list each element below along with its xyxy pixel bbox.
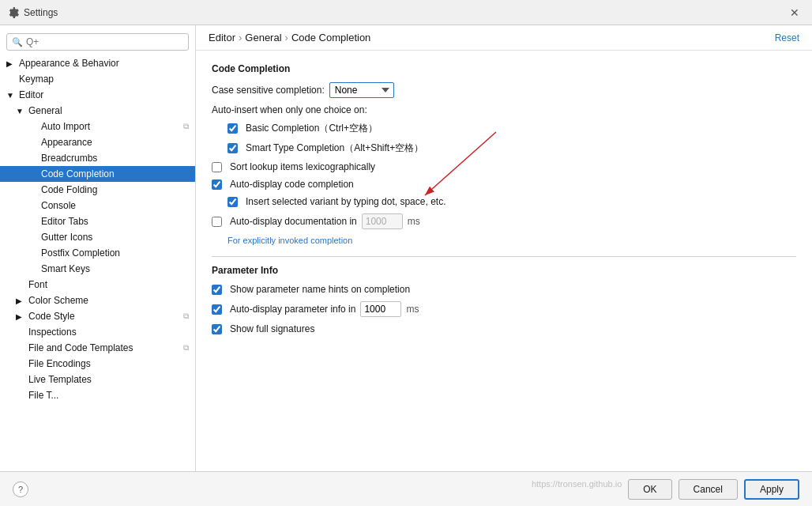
reset-link[interactable]: Reset bbox=[775, 32, 799, 43]
watermark: https://tronsen.github.io bbox=[532, 479, 622, 500]
sidebar-item-file-encodings[interactable]: File Encodings bbox=[0, 356, 195, 372]
sidebar-item-auto-import[interactable]: Auto Import⧉ bbox=[0, 119, 195, 134]
sidebar-item-inspections[interactable]: Inspections bbox=[0, 324, 195, 340]
basic-completion-checkbox[interactable] bbox=[227, 123, 238, 134]
auto-display-param-suffix: ms bbox=[406, 304, 419, 315]
sidebar-item-file-t[interactable]: File T... bbox=[0, 387, 195, 403]
titlebar: Settings ✕ bbox=[0, 0, 812, 25]
insert-selected-row: Insert selected variant by typing dot, s… bbox=[227, 196, 796, 207]
sidebar-item-postfix-completion[interactable]: Postfix Completion bbox=[0, 245, 195, 261]
sidebar-item-editor[interactable]: ▼Editor bbox=[0, 87, 195, 103]
explicitly-invoked-label: For explicitly invoked completion bbox=[227, 236, 352, 245]
auto-display-param-checkbox[interactable] bbox=[212, 304, 222, 315]
sort-lookup-row: Sort lookup items lexicographically bbox=[212, 161, 796, 172]
window-title: Settings bbox=[24, 7, 784, 18]
sidebar-item-label: Appearance bbox=[41, 137, 92, 148]
sidebar-item-smart-keys[interactable]: Smart Keys bbox=[0, 261, 195, 277]
sidebar-item-code-style[interactable]: ▶Code Style⧉ bbox=[0, 308, 195, 324]
ok-button[interactable]: OK bbox=[628, 479, 671, 500]
auto-display-param-row: Auto-display parameter info in ms bbox=[212, 301, 796, 317]
auto-display-doc-row: Auto-display documentation in ms bbox=[212, 213, 796, 229]
sidebar-item-label: File T... bbox=[28, 390, 58, 401]
sidebar-item-label: Code Completion bbox=[41, 168, 115, 179]
sidebar: 🔍 ▶Appearance & BehaviorKeymap▼Editor▼Ge… bbox=[0, 25, 196, 471]
case-sensitive-select[interactable]: None All First letter bbox=[329, 82, 394, 98]
sidebar-item-label: File Encodings bbox=[28, 358, 91, 369]
section-divider bbox=[212, 256, 796, 257]
sidebar-item-gutter-icons[interactable]: Gutter Icons bbox=[0, 229, 195, 245]
auto-display-doc-ms-input[interactable] bbox=[362, 213, 403, 229]
smart-type-checkbox[interactable] bbox=[227, 143, 238, 153]
sidebar-item-live-templates[interactable]: Live Templates bbox=[0, 372, 195, 387]
sidebar-item-label: General bbox=[28, 105, 62, 116]
cancel-button[interactable]: Cancel bbox=[679, 479, 738, 500]
sidebar-item-file-code-templates[interactable]: File and Code Templates⧉ bbox=[0, 340, 195, 356]
expand-arrow: ▶ bbox=[6, 59, 16, 68]
basic-completion-label: Basic Completion（Ctrl+空格） bbox=[246, 122, 378, 135]
search-input[interactable] bbox=[26, 36, 183, 47]
sidebar-item-label: File and Code Templates bbox=[28, 342, 133, 353]
sidebar-item-code-completion[interactable]: Code Completion bbox=[0, 166, 195, 182]
bottom-bar: ? https://tronsen.github.io OK Cancel Ap… bbox=[0, 471, 812, 506]
sidebar-copy-icon: ⧉ bbox=[183, 343, 189, 353]
auto-display-checkbox[interactable] bbox=[212, 179, 222, 190]
show-param-hints-checkbox[interactable] bbox=[212, 285, 222, 295]
expand-arrow: ▶ bbox=[16, 312, 25, 321]
breadcrumb-sep1: › bbox=[239, 32, 242, 43]
auto-display-doc-checkbox[interactable] bbox=[212, 217, 222, 227]
sidebar-item-label: Smart Keys bbox=[41, 263, 90, 274]
insert-selected-checkbox[interactable] bbox=[227, 197, 238, 207]
sidebar-item-label: Font bbox=[28, 279, 47, 290]
insert-selected-label: Insert selected variant by typing dot, s… bbox=[246, 196, 445, 207]
search-icon: 🔍 bbox=[12, 37, 23, 47]
show-full-sig-row: Show full signatures bbox=[212, 323, 796, 334]
breadcrumb-bar: Editor › General › Code Completion Reset bbox=[196, 25, 812, 51]
show-full-sig-label: Show full signatures bbox=[230, 323, 314, 334]
sidebar-item-editor-tabs[interactable]: Editor Tabs bbox=[0, 213, 195, 229]
sidebar-item-label: Live Templates bbox=[28, 374, 92, 385]
sidebar-item-code-folding[interactable]: Code Folding bbox=[0, 182, 195, 198]
show-full-sig-checkbox[interactable] bbox=[212, 324, 222, 334]
case-sensitive-label: Case sensitive completion: bbox=[212, 85, 325, 96]
sidebar-item-label: Inspections bbox=[28, 327, 77, 338]
show-param-hints-row: Show parameter name hints on completion bbox=[212, 284, 796, 295]
sidebar-item-label: Editor bbox=[19, 89, 43, 100]
sidebar-item-font[interactable]: Font bbox=[0, 277, 195, 293]
sidebar-item-general[interactable]: ▼General bbox=[0, 103, 195, 119]
apply-button[interactable]: Apply bbox=[744, 479, 799, 500]
main-container: 🔍 ▶Appearance & BehaviorKeymap▼Editor▼Ge… bbox=[0, 25, 812, 506]
sidebar-item-keymap[interactable]: Keymap bbox=[0, 71, 195, 87]
show-param-hints-label: Show parameter name hints on completion bbox=[230, 284, 410, 295]
breadcrumb: Editor › General › Code Completion bbox=[209, 32, 370, 43]
sidebar-item-appearance-behavior[interactable]: ▶Appearance & Behavior bbox=[0, 55, 195, 71]
auto-display-label: Auto-display code completion bbox=[230, 179, 354, 190]
breadcrumb-editor: Editor bbox=[209, 32, 235, 43]
auto-display-row: Auto-display code completion bbox=[212, 179, 796, 190]
explicitly-invoked-row: For explicitly invoked completion bbox=[227, 236, 796, 245]
sidebar-item-label: Console bbox=[41, 200, 76, 211]
help-button[interactable]: ? bbox=[13, 481, 28, 497]
search-box[interactable]: 🔍 bbox=[6, 33, 189, 51]
auto-insert-row: Auto-insert when only one choice on: bbox=[212, 104, 796, 115]
sort-lookup-label: Sort lookup items lexicographically bbox=[230, 161, 375, 172]
sidebar-item-label: Editor Tabs bbox=[41, 216, 88, 227]
panel-content: Code Completion Case sensitive completio… bbox=[196, 51, 812, 471]
right-panel: Editor › General › Code Completion Reset… bbox=[196, 25, 812, 471]
sort-lookup-checkbox[interactable] bbox=[212, 162, 222, 172]
sidebar-item-label: Gutter Icons bbox=[41, 232, 92, 243]
sidebar-item-breadcrumbs[interactable]: Breadcrumbs bbox=[0, 150, 195, 166]
breadcrumb-sep2: › bbox=[285, 32, 288, 43]
auto-display-param-label: Auto-display parameter info in bbox=[230, 304, 355, 315]
sidebar-item-appearance[interactable]: Appearance bbox=[0, 134, 195, 150]
content-area: 🔍 ▶Appearance & BehaviorKeymap▼Editor▼Ge… bbox=[0, 25, 812, 471]
auto-display-param-ms-input[interactable] bbox=[360, 301, 401, 317]
sidebar-item-label: Auto Import bbox=[41, 121, 90, 132]
sidebar-item-console[interactable]: Console bbox=[0, 198, 195, 213]
sidebar-copy-icon: ⧉ bbox=[183, 312, 189, 321]
sidebar-item-color-scheme[interactable]: ▶Color Scheme bbox=[0, 293, 195, 308]
sidebar-copy-icon: ⧉ bbox=[183, 122, 189, 131]
bottom-right: https://tronsen.github.io OK Cancel Appl… bbox=[532, 479, 799, 500]
smart-type-row: Smart Type Completion（Alt+Shift+空格） bbox=[227, 142, 796, 155]
auto-insert-label: Auto-insert when only one choice on: bbox=[212, 104, 367, 115]
close-button[interactable]: ✕ bbox=[784, 2, 806, 24]
